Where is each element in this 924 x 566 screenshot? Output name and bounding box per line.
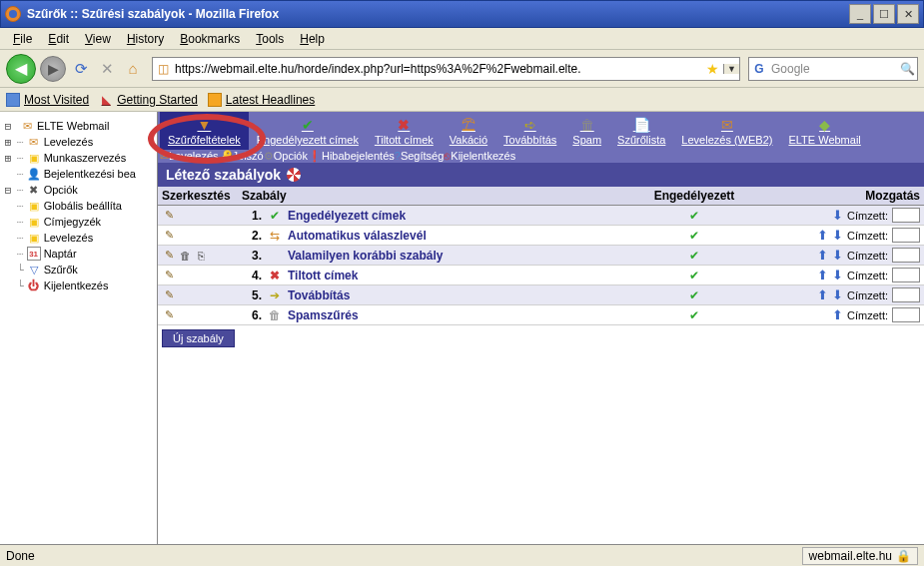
new-rule-button[interactable]: Új szabály: [162, 329, 235, 347]
forward-button[interactable]: ▶: [40, 56, 66, 82]
toolbar-item-tiltott-c-mek[interactable]: ✖Tiltott címek: [367, 112, 442, 150]
toolbar-item-seg-ts-g[interactable]: ?Segítség: [395, 150, 445, 163]
menu-bookmarks[interactable]: Bookmarks: [173, 30, 247, 48]
toolbar-item-sz-r-felt-telek[interactable]: ▼Szűrőfeltételek: [160, 112, 249, 150]
move-up-icon[interactable]: ⬆: [817, 228, 828, 243]
move-cell: ⬆⬇Címzett:: [754, 248, 924, 263]
pencil-icon[interactable]: ✎: [162, 269, 176, 283]
toolbar-item-elte-webmail[interactable]: ◆ELTE Webmail: [780, 112, 868, 150]
url-dropdown[interactable]: ▼: [723, 64, 739, 74]
enabled-cell[interactable]: ✔: [634, 269, 754, 283]
tree-item-bejelentkez-si-bea[interactable]: ┈👤Bejelentkezési bea: [0, 166, 157, 182]
maximize-button[interactable]: ☐: [873, 4, 895, 24]
tree-toggle[interactable]: ⊞: [2, 152, 14, 165]
tree-toggle[interactable]: ⊟: [2, 184, 14, 197]
help-icon[interactable]: [287, 168, 301, 182]
enabled-cell[interactable]: ✔: [634, 249, 754, 263]
tree-item-glob-lis-be-ll-ta[interactable]: ┈▣Globális beállíta: [0, 198, 157, 214]
move-target-input[interactable]: [892, 307, 920, 322]
rule-link[interactable]: Tiltott címek: [288, 269, 358, 283]
toolbar-item-hibabejelent-s[interactable]: ❗Hibabejelentés: [308, 150, 395, 163]
tree-item-levelez-s[interactable]: ┈▣Levelezés: [0, 230, 157, 246]
toolbar-item-enged-lyezett-c-mek[interactable]: ✔Engedélyezett címek: [249, 112, 367, 150]
toolbar-item-levelez-s-web2-[interactable]: ✉Levelezés (WEB2): [673, 112, 780, 150]
toolbar-item-spam[interactable]: 🗑Spam: [564, 112, 609, 150]
tree-toggle[interactable]: ⊞: [2, 136, 14, 149]
copy-icon[interactable]: ⎘: [194, 249, 208, 263]
trash-icon[interactable]: 🗑: [178, 249, 192, 263]
rule-link[interactable]: Engedélyezett címek: [288, 209, 406, 223]
enabled-cell[interactable]: ✔: [634, 229, 754, 243]
key-icon: 🔑: [219, 150, 233, 162]
move-down-icon[interactable]: ⬇: [832, 228, 843, 243]
rule-link[interactable]: Automatikus válaszlevél: [288, 229, 427, 243]
move-up-icon[interactable]: ⬆: [832, 307, 843, 322]
pencil-icon[interactable]: ✎: [162, 288, 176, 302]
search-bar[interactable]: G Google 🔍: [748, 57, 918, 81]
move-target-input[interactable]: [892, 208, 920, 223]
pencil-icon[interactable]: ✎: [162, 209, 176, 223]
home-button[interactable]: ⌂: [122, 58, 144, 80]
reload-button[interactable]: ⟳: [70, 58, 92, 80]
search-icon[interactable]: 🔍: [897, 62, 917, 76]
toolbar-item-vak-ci-[interactable]: ⛱Vakáció: [442, 112, 495, 150]
menu-view[interactable]: View: [78, 30, 118, 48]
tree-lines: ┈: [17, 248, 24, 261]
menu-file[interactable]: File: [6, 30, 39, 48]
toolbar-item-levelez-s[interactable]: ✉Levelezés: [160, 150, 219, 163]
pencil-icon[interactable]: ✎: [162, 229, 176, 243]
stop-button[interactable]: ✕: [96, 58, 118, 80]
rule-link[interactable]: Valamilyen korábbi szabály: [288, 249, 443, 263]
menu-edit[interactable]: Edit: [41, 30, 76, 48]
close-button[interactable]: ✕: [897, 4, 919, 24]
tree-item-opci-k[interactable]: ⊟┈✖Opciók: [0, 182, 157, 198]
enabled-cell[interactable]: ✔: [634, 209, 754, 223]
move-down-icon[interactable]: ⬇: [832, 287, 843, 302]
move-target-input[interactable]: [892, 228, 920, 243]
move-up-icon[interactable]: ⬆: [817, 268, 828, 283]
search-placeholder[interactable]: Google: [769, 62, 897, 76]
bookmark-getting-started[interactable]: ◣Getting Started: [99, 93, 198, 107]
tree-item-napt-r[interactable]: ┈31Naptár: [0, 246, 157, 262]
back-button[interactable]: ◀: [6, 54, 36, 84]
rule-type-icon: ✖: [268, 269, 282, 283]
tree-item-levelez-s[interactable]: ⊞┈✉Levelezés: [0, 134, 157, 150]
move-target-input[interactable]: [892, 268, 920, 283]
menu-help[interactable]: Help: [293, 30, 332, 48]
tree-lines: └: [17, 280, 24, 292]
move-down-icon[interactable]: ⬇: [832, 268, 843, 283]
rule-link[interactable]: Továbbítás: [288, 288, 350, 302]
toolbar-item-tov-bb-t-s[interactable]: ➪Továbbítás: [495, 112, 564, 150]
tree-item-kijelentkez-s[interactable]: └⏻Kijelentkezés: [0, 278, 157, 293]
move-up-icon[interactable]: ⬆: [817, 248, 828, 263]
pencil-icon[interactable]: ✎: [162, 308, 176, 322]
rule-link[interactable]: Spamszűrés: [288, 308, 359, 322]
bookmark-latest-headlines[interactable]: Latest Headlines: [208, 93, 315, 107]
toolbar-item-jelsz-[interactable]: 🔑Jelszó: [219, 150, 264, 163]
tree-item-sz-r-k[interactable]: └▽Szűrők: [0, 262, 157, 278]
enabled-cell[interactable]: ✔: [634, 308, 754, 322]
minimize-button[interactable]: _: [849, 4, 871, 24]
pencil-icon[interactable]: ✎: [162, 249, 176, 263]
menu-history[interactable]: History: [120, 30, 171, 48]
url-bar[interactable]: ◫ https://webmail.elte.hu/horde/index.ph…: [152, 57, 740, 81]
toolbar-item-kijelentkez-s[interactable]: ⎋Kijelentkezés: [444, 150, 515, 163]
tree-item-elte-webmail[interactable]: ⊟✉ELTE Webmail: [0, 118, 157, 134]
toolbar-item-opci-k[interactable]: ⚙Opciók: [264, 150, 308, 163]
rule-number: 4.: [242, 269, 262, 283]
bookmark-most-visited[interactable]: Most Visited: [6, 93, 89, 107]
bookmark-star-icon[interactable]: ★: [702, 61, 723, 77]
tree-item-munkaszervez-s[interactable]: ⊞┈▣Munkaszervezés: [0, 150, 157, 166]
enabled-cell[interactable]: ✔: [634, 288, 754, 302]
tree-item-c-mjegyz-k[interactable]: ┈▣Címjegyzék: [0, 214, 157, 230]
menubar: File Edit View History Bookmarks Tools H…: [0, 28, 924, 50]
move-down-icon[interactable]: ⬇: [832, 248, 843, 263]
move-target-input[interactable]: [892, 248, 920, 263]
toolbar-item-sz-r-lista[interactable]: 📄Szűrőlista: [609, 112, 673, 150]
url-text[interactable]: https://webmail.elte.hu/horde/index.php?…: [173, 62, 702, 76]
tree-toggle[interactable]: ⊟: [2, 120, 14, 133]
menu-tools[interactable]: Tools: [249, 30, 291, 48]
move-target-input[interactable]: [892, 287, 920, 302]
move-up-icon[interactable]: ⬆: [817, 287, 828, 302]
move-down-icon[interactable]: ⬇: [832, 208, 843, 223]
